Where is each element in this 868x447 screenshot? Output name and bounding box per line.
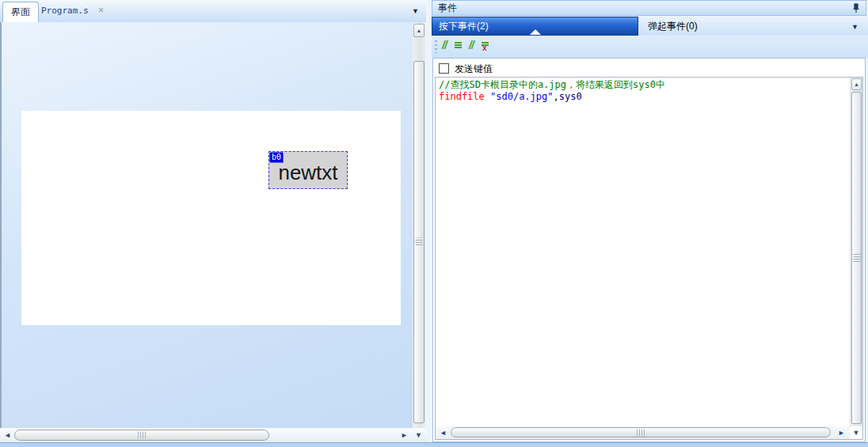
- scroll-up-button[interactable]: ▲: [851, 78, 862, 90]
- scroll-up-button[interactable]: ▲: [413, 24, 424, 37]
- tab-interface[interactable]: 界面: [2, 2, 39, 22]
- event-panel-title: 事件: [438, 2, 457, 13]
- red-x-icon: x: [482, 44, 487, 52]
- code-editor[interactable]: //查找SD卡根目录中的a.jpg，将结果返回到sys0中findfile "s…: [435, 77, 863, 440]
- thumb-grip: [853, 254, 860, 263]
- designer-horizontal-scrollbar[interactable]: ◄ ► ▼: [0, 428, 426, 442]
- thumb-grip: [416, 238, 423, 247]
- code-line: findfile "sd0/a.jpg",sys0: [439, 91, 665, 103]
- event-dropdown-icon[interactable]: ▼: [851, 23, 858, 31]
- widget-newtxt[interactable]: b0 newtxt: [268, 151, 348, 189]
- scroll-up-icon: ▲: [854, 81, 859, 87]
- comment-lines-icon[interactable]: //: [442, 39, 466, 55]
- scroll-right-icon[interactable]: ►: [838, 430, 845, 437]
- code-segment: sys0: [559, 91, 582, 102]
- code-segment: "sd0/a.jpg": [485, 91, 554, 102]
- scroll-left-icon[interactable]: ◄: [4, 432, 11, 439]
- uncomment-lines-icon[interactable]: // x: [469, 39, 493, 55]
- widget-id-badge: b0: [269, 152, 284, 163]
- code-segment: findfile: [439, 91, 485, 102]
- tab-program-s[interactable]: Program.s: [41, 6, 89, 16]
- thumb-grip: [637, 429, 645, 436]
- editor-horizontal-scrollbar[interactable]: ◄ ►: [436, 426, 850, 439]
- comment-bars: [455, 42, 462, 49]
- close-tab-icon[interactable]: ×: [98, 5, 104, 16]
- vertical-scroll-thumb[interactable]: [851, 92, 862, 424]
- event-tab-bar: 按下事件(2) 弹起事件(0) ▼: [432, 17, 868, 36]
- scroll-left-icon[interactable]: ◄: [440, 430, 447, 437]
- toolbar-grip[interactable]: [435, 40, 437, 53]
- designer-tab-bar: 界面 Program.s × ▼: [0, 0, 426, 22]
- horizontal-scroll-thumb[interactable]: [14, 430, 269, 441]
- horizontal-scroll-thumb[interactable]: [451, 427, 831, 438]
- thumb-grip: [138, 432, 147, 439]
- code-line: //查找SD卡根目录中的a.jpg，将结果返回到sys0中: [439, 79, 665, 91]
- scroll-up-icon: ▲: [417, 28, 422, 33]
- selected-tab-notch: [530, 29, 541, 35]
- vertical-scroll-thumb[interactable]: [413, 61, 424, 423]
- tab-press-event-label: 按下事件(2): [439, 21, 489, 32]
- send-key-checkbox[interactable]: [439, 63, 449, 74]
- ide-window: 界面 Program.s × ▼ b0 newtxt ▲ ◄: [0, 0, 868, 447]
- tab-list-dropdown-icon[interactable]: ▼: [412, 7, 419, 15]
- design-canvas[interactable]: b0 newtxt: [0, 22, 413, 428]
- event-panel: 事件 按下事件(2) 弹起事件(0) ▼ //: [432, 0, 868, 442]
- code-segment: //查找SD卡根目录中的a.jpg，将结果返回到sys0中: [439, 79, 665, 90]
- designer-vertical-scrollbar[interactable]: ▲: [413, 22, 425, 428]
- scroll-down-icon: ▼: [853, 430, 860, 437]
- code-segment: ,: [554, 91, 559, 102]
- event-panel-header: 事件: [432, 0, 866, 16]
- code-lines: //查找SD卡根目录中的a.jpg，将结果返回到sys0中findfile "s…: [439, 79, 665, 103]
- scroll-right-icon[interactable]: ►: [401, 432, 408, 439]
- bottom-edge-strip: [0, 442, 868, 447]
- design-page[interactable]: b0 newtxt: [21, 111, 401, 325]
- pin-icon[interactable]: [851, 3, 861, 13]
- scroll-down-icon[interactable]: ▼: [415, 432, 422, 439]
- tab-release-event[interactable]: 弹起事件(0): [638, 17, 698, 36]
- event-toolbar: // // x: [432, 36, 868, 58]
- tab-press-event[interactable]: 按下事件(2): [432, 17, 638, 36]
- editor-vertical-scrollbar[interactable]: ▲: [850, 78, 862, 426]
- widget-text: newtxt: [278, 161, 337, 185]
- event-content-area: 发送键值 //查找SD卡根目录中的a.jpg，将结果返回到sys0中findfi…: [432, 58, 866, 442]
- designer-panel: 界面 Program.s × ▼ b0 newtxt ▲ ◄: [0, 0, 426, 442]
- scroll-down-button[interactable]: ▼: [850, 426, 862, 439]
- send-key-label: 发送键值: [455, 63, 493, 76]
